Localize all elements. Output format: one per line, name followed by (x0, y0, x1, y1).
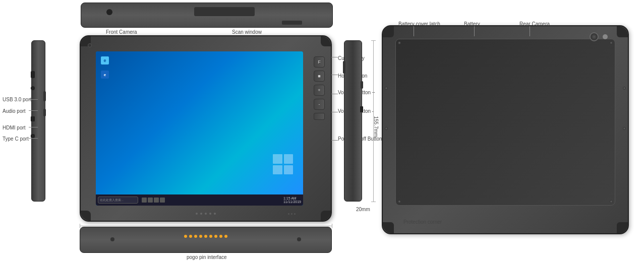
rs-port (360, 106, 363, 112)
line-custom (331, 57, 338, 57)
tablet-front-body: e e 在此处搜入搜索... (80, 35, 332, 222)
pogo-pin-4 (199, 235, 202, 238)
side-button-2 (43, 109, 46, 116)
front-view: e e 在此处搜入搜索... (80, 35, 332, 222)
pogo-pin-8 (219, 235, 222, 238)
corner-tr (321, 36, 331, 46)
screw-tr (610, 41, 613, 44)
corner-bl (81, 211, 91, 221)
back-view (382, 25, 629, 234)
back-corner-tl (383, 26, 394, 37)
top-view (81, 3, 333, 28)
typec-port-shape (31, 134, 35, 138)
taskbar-icon-4 (160, 198, 165, 203)
tablet-back-body (382, 25, 629, 234)
dim-height-bot-tick (371, 202, 376, 202)
line-batt-latch (414, 26, 414, 36)
dots-bottom (196, 213, 216, 215)
label-protection-corner: Protection corner (403, 219, 442, 225)
line-volm (331, 112, 338, 112)
label-hdmi: HDMI port (3, 125, 26, 130)
desktop-icons: e e (100, 56, 110, 81)
pogo-pin-7 (214, 235, 217, 238)
back-camera-area (590, 32, 608, 41)
custom-key-btn: F (314, 56, 325, 68)
tablet-screen: e e 在此处搜入搜索... (96, 51, 303, 206)
label-usb: USB 3.0 port (3, 97, 31, 102)
audio-port-shape (31, 86, 35, 90)
taskbar-icon-3 (154, 198, 159, 203)
line-audio (29, 110, 38, 111)
front-camera-dot (88, 43, 92, 47)
pogo-pin-6 (209, 235, 212, 238)
line-typec (29, 138, 38, 139)
desktop-icon-1: e (100, 56, 110, 67)
screw-bl (398, 200, 401, 203)
side-view-left (31, 40, 45, 202)
line-volp (331, 94, 338, 94)
tablet-side-right-body (344, 40, 362, 202)
bottom-mic-right (297, 237, 301, 241)
dim-side-label: 20mm (356, 207, 370, 212)
line-hdmi (29, 127, 38, 127)
screw-br (610, 200, 613, 203)
dim-height-top-tick (371, 40, 376, 41)
speaker-right (288, 213, 296, 215)
back-panel (395, 39, 615, 206)
pogo-pin-1 (184, 235, 187, 238)
vol-minus-btn: - (314, 99, 325, 110)
corner-br (321, 211, 331, 221)
vol-plus-btn: + (314, 85, 325, 96)
screw-mid-l1 (385, 87, 388, 90)
label-rear-camera: Rear Camera (519, 21, 550, 27)
label-battery-latch: Battery cover latch (398, 21, 440, 27)
diagram-container: Front Camera Scan window USB 3.0 port Au… (0, 0, 644, 262)
screen-wallpaper: e e (96, 51, 303, 194)
rs-button-1 (343, 61, 345, 74)
screw-tl (398, 41, 401, 44)
side-button-1 (43, 91, 46, 101)
screw-mid-l2 (385, 127, 388, 130)
tablet-side-body (31, 40, 45, 202)
label-front-camera: Front Camera (106, 29, 137, 35)
home-btn: ■ (314, 71, 325, 82)
label-battery: Battery (464, 21, 480, 27)
label-pogo-pin: pogo pin interface (187, 254, 227, 260)
screen-taskbar: 在此处搜入搜索... 1:15 AM11/11/2019 (96, 194, 303, 206)
desktop-icon-2: e (100, 71, 110, 81)
screw-mid-r1 (623, 87, 626, 90)
usb-port-shape (31, 71, 35, 78)
bottom-mic-left (110, 237, 114, 241)
taskbar-icon-2 (148, 198, 153, 203)
side-view-right (340, 40, 366, 202)
windows-logo (273, 154, 293, 174)
taskbar-search: 在此处搜入搜索... (98, 196, 138, 204)
pogo-pin-9 (224, 235, 227, 238)
top-button (282, 21, 302, 25)
pogo-pins (184, 235, 227, 238)
line-usb (29, 99, 38, 100)
taskbar-time: 1:15 AM11/11/2019 (283, 196, 301, 204)
back-camera-flash (603, 34, 608, 39)
back-camera-lens (590, 32, 599, 41)
line-power (331, 140, 338, 141)
taskbar-icon-1 (142, 198, 147, 203)
back-corner-tr (617, 26, 628, 37)
label-audio: Audio port (3, 108, 26, 114)
line-rear-cam (530, 26, 530, 36)
right-buttons: F ■ + - (314, 56, 325, 120)
power-btn (314, 113, 325, 120)
label-scan-window: Scan window (232, 29, 262, 35)
dim-width-line (80, 226, 332, 226)
line-home (331, 75, 338, 75)
rs-button-2 (361, 81, 363, 89)
pogo-pin-2 (189, 235, 192, 238)
hdmi-port-shape (31, 116, 35, 121)
screw-mid-r2 (623, 127, 626, 130)
tablet-top-body (81, 3, 333, 28)
tablet-bottom-body (80, 227, 332, 253)
back-corner-br (617, 222, 628, 233)
top-camera-dot (106, 9, 112, 15)
dim-width-right-tick (332, 224, 332, 228)
pogo-pin-5 (204, 235, 207, 238)
